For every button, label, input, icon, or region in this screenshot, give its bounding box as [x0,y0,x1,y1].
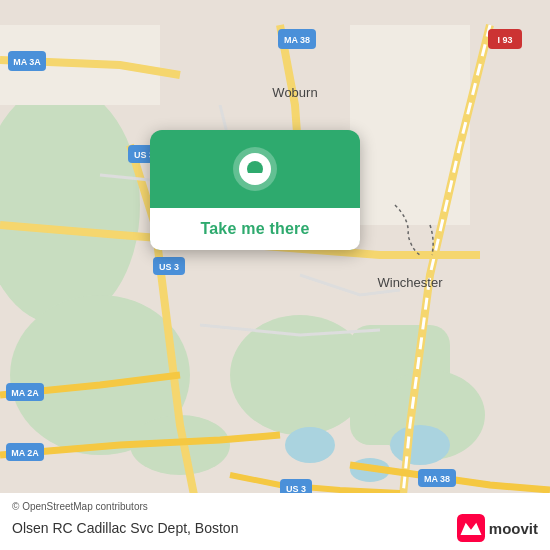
svg-text:MA 3A: MA 3A [13,57,41,67]
svg-text:Woburn: Woburn [272,85,317,100]
take-me-there-button[interactable]: Take me there [150,208,360,250]
svg-point-8 [285,427,335,463]
svg-rect-36 [457,514,485,542]
attribution-text: © OpenStreetMap contributors [12,501,538,512]
moovit-logo: moovit [457,514,538,542]
svg-text:MA 38: MA 38 [424,474,450,484]
location-card: Take me there [150,130,360,250]
pin-icon [229,148,281,200]
bottom-bar: © OpenStreetMap contributors Olsen RC Ca… [0,493,550,550]
svg-text:I 93: I 93 [497,35,512,45]
moovit-wordmark: moovit [489,520,538,537]
svg-text:Winchester: Winchester [377,275,443,290]
map-svg: MA 3A MA 38 I 93 US 3 US 3 MA 2A MA 2A M… [0,0,550,550]
svg-text:MA 2A: MA 2A [11,448,39,458]
svg-text:MA 38: MA 38 [284,35,310,45]
svg-text:MA 2A: MA 2A [11,388,39,398]
svg-text:US 3: US 3 [159,262,179,272]
map-container: MA 3A MA 38 I 93 US 3 US 3 MA 2A MA 2A M… [0,0,550,550]
place-info-row: Olsen RC Cadillac Svc Dept, Boston moovi… [12,514,538,542]
svg-point-7 [390,425,450,465]
place-name-text: Olsen RC Cadillac Svc Dept, Boston [12,520,238,536]
moovit-icon [457,514,485,542]
